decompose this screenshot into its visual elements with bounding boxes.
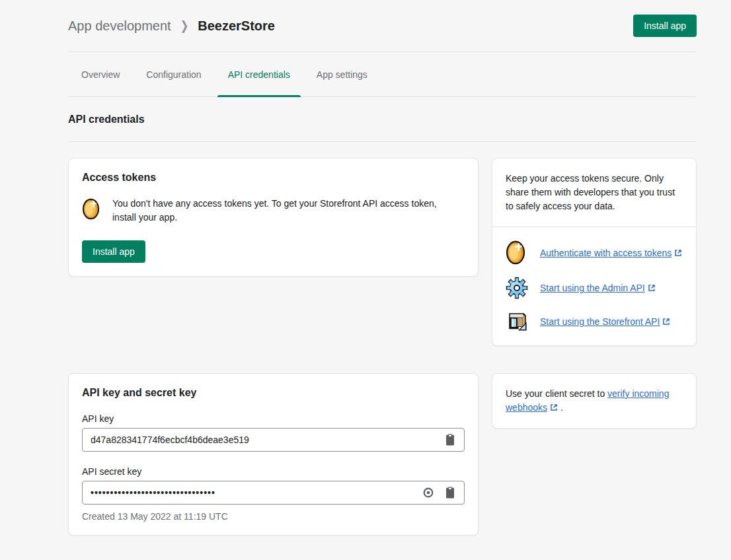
page-header: App development ❯ BeezerStore Install ap…: [68, 0, 697, 52]
api-key-label: API key: [82, 413, 465, 424]
install-app-button-card[interactable]: Install app: [82, 240, 145, 263]
tab-label: API credentials: [228, 69, 290, 80]
api-key-input[interactable]: [82, 428, 465, 452]
tab-overview[interactable]: Overview: [71, 52, 130, 96]
external-link-icon: [662, 318, 670, 326]
tab-api-credentials[interactable]: API credentials: [217, 52, 301, 96]
storefront-icon: [506, 311, 540, 332]
external-link-icon: [550, 403, 558, 411]
clipboard-icon: [445, 434, 455, 446]
link-label: Authenticate with access tokens: [540, 248, 672, 258]
external-link-icon: [674, 249, 682, 257]
created-timestamp: Created 13 May 2022 at 11:19 UTC: [82, 511, 465, 522]
tab-configuration[interactable]: Configuration: [135, 52, 212, 96]
keep-tokens-secure-card: Keep your access tokens secure. Only sha…: [492, 158, 697, 346]
api-secret-label: API secret key: [82, 466, 465, 477]
access-tokens-title: Access tokens: [82, 172, 465, 184]
eye-icon: [422, 487, 434, 499]
api-secret-input[interactable]: [82, 481, 465, 505]
webhooks-text: Use your client secret to verify incomin…: [506, 387, 683, 415]
coin-icon: [82, 197, 112, 225]
authenticate-access-tokens-link[interactable]: Authenticate with access tokens: [540, 246, 682, 260]
link-label: Start using the Storefront API: [540, 316, 660, 327]
webhooks-card: Use your client secret to verify incomin…: [492, 373, 697, 429]
access-tokens-card: Access tokens You don't have any access …: [68, 158, 479, 277]
chevron-right-icon: ❯: [180, 18, 189, 34]
breadcrumb: App development ❯ BeezerStore: [68, 18, 275, 34]
reveal-secret-button[interactable]: [421, 485, 436, 500]
install-app-button[interactable]: Install app: [633, 15, 697, 37]
section-title: API credentials: [68, 114, 145, 125]
link-label: Start using the Admin API: [540, 283, 645, 293]
tab-app-settings[interactable]: App settings: [306, 52, 378, 96]
start-admin-api-link[interactable]: Start using the Admin API: [540, 281, 656, 295]
external-link-icon: [648, 284, 656, 292]
resource-link-row: Start using the Admin API: [506, 277, 683, 299]
access-tokens-empty-text: You don't have any access tokens yet. To…: [112, 197, 463, 225]
coin-icon: [506, 240, 540, 265]
breadcrumb-app-development[interactable]: App development: [68, 18, 171, 34]
page-content: App development ❯ BeezerStore Install ap…: [68, 0, 697, 536]
tab-label: Configuration: [146, 69, 201, 80]
clipboard-icon: [445, 487, 455, 499]
page-title: BeezerStore: [198, 18, 275, 34]
secure-info-text: Keep your access tokens secure. Only sha…: [506, 172, 683, 213]
resource-link-row: Start using the Storefront API: [506, 311, 683, 332]
webhooks-text-after: .: [558, 402, 563, 413]
start-storefront-api-link[interactable]: Start using the Storefront API: [540, 315, 670, 328]
resource-link-row: Authenticate with access tokens: [506, 240, 683, 265]
tab-label: App settings: [317, 69, 367, 80]
tab-label: Overview: [81, 69, 120, 80]
api-key-card-title: API key and secret key: [82, 387, 465, 399]
section-title-row: API credentials: [68, 97, 697, 142]
api-key-card: API key and secret key API key API secre…: [68, 373, 479, 536]
gear-icon: [506, 277, 540, 299]
tab-bar: Overview Configuration API credentials A…: [68, 52, 697, 97]
copy-secret-button[interactable]: [443, 485, 457, 501]
tabs: Overview Configuration API credentials A…: [71, 52, 378, 96]
copy-api-key-button[interactable]: [443, 433, 457, 448]
webhooks-text-before: Use your client secret to: [506, 388, 607, 399]
